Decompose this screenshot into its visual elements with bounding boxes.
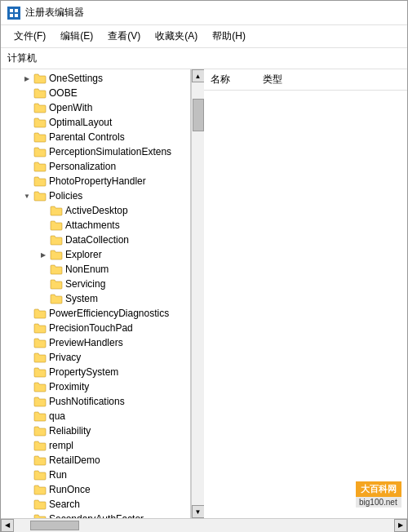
expander-proximity[interactable]	[20, 380, 33, 393]
expander-parental-controls[interactable]	[20, 131, 33, 144]
vertical-scrollbar[interactable]: ▲ ▼	[191, 69, 204, 518]
tree-item-qua[interactable]: qua	[1, 409, 190, 423]
expander-search[interactable]	[20, 498, 33, 511]
expander-non-enum[interactable]	[37, 263, 50, 276]
tree-pane[interactable]: ▶ OneSettings OOBE OpenWith OptimalLayou…	[1, 69, 191, 518]
tree-item-power-efficiency[interactable]: PowerEfficiencyDiagnostics	[1, 306, 190, 321]
expander-attachments[interactable]	[37, 219, 50, 232]
item-label-perception-simulation: PerceptionSimulationExtens	[49, 146, 171, 157]
expander-explorer[interactable]: ▶	[37, 248, 50, 261]
folder-icon-servicing	[50, 278, 63, 290]
scroll-left-arrow[interactable]: ◀	[1, 519, 14, 532]
expander-one-settings[interactable]: ▶	[20, 72, 33, 85]
expander-secondary-auth[interactable]	[20, 512, 33, 518]
expander-open-with[interactable]	[20, 101, 33, 114]
tree-item-active-desktop[interactable]: ActiveDesktop	[1, 203, 190, 218]
folder-icon-non-enum	[50, 264, 63, 275]
tree-item-attachments[interactable]: Attachments	[1, 218, 190, 233]
expander-servicing[interactable]	[37, 277, 50, 290]
expander-power-efficiency[interactable]	[20, 307, 33, 320]
tree-item-preview-handlers[interactable]: PreviewHandlers	[1, 335, 190, 350]
scroll-thumb[interactable]	[193, 99, 204, 131]
scroll-track[interactable]	[192, 82, 205, 505]
scroll-right-arrow[interactable]: ▶	[394, 519, 407, 532]
folder-icon-active-desktop	[50, 205, 63, 216]
folder-icon-rempl	[33, 440, 47, 451]
expander-privacy[interactable]	[20, 351, 33, 364]
expander-system[interactable]	[37, 292, 50, 305]
tree-item-search[interactable]: Search	[1, 497, 190, 512]
expander-policies[interactable]: ▼	[20, 189, 33, 202]
menu-view[interactable]: 查看(V)	[101, 27, 147, 46]
menu-help[interactable]: 帮助(H)	[206, 27, 252, 46]
folder-icon-open-with	[33, 102, 47, 113]
expander-property-system[interactable]	[20, 366, 33, 379]
horizontal-scrollbar-bar: ◀ ▶	[1, 518, 407, 531]
tree-item-open-with[interactable]: OpenWith	[1, 100, 190, 115]
expander-active-desktop[interactable]	[37, 204, 50, 217]
tree-item-privacy[interactable]: Privacy	[1, 350, 190, 365]
window-title: 注册表编辑器	[25, 6, 84, 20]
tree-item-optimal-layout[interactable]: OptimalLayout	[1, 115, 190, 130]
tree-item-one-settings[interactable]: ▶ OneSettings	[1, 71, 190, 86]
folder-icon-proximity	[33, 381, 47, 392]
expander-personalization[interactable]	[20, 160, 33, 173]
menu-favorites[interactable]: 收藏夹(A)	[149, 27, 204, 46]
menu-edit[interactable]: 编辑(E)	[54, 27, 100, 46]
tree-item-run[interactable]: Run	[1, 468, 190, 482]
menu-file[interactable]: 文件(F)	[7, 27, 52, 46]
expander-optimal-layout[interactable]	[20, 116, 33, 129]
tree-item-data-collection[interactable]: DataCollection	[1, 233, 190, 247]
expander-perception-simulation[interactable]	[20, 145, 33, 158]
tree-item-rempl[interactable]: rempl	[1, 438, 190, 453]
expander-push-notifications[interactable]	[20, 395, 33, 408]
tree-item-perception-simulation[interactable]: PerceptionSimulationExtens	[1, 144, 190, 159]
tree-item-retail-demo[interactable]: RetailDemo	[1, 453, 190, 468]
tree-item-servicing[interactable]: Servicing	[1, 277, 190, 291]
watermark-url: big100.net	[356, 497, 401, 508]
expander-photo-property-handler[interactable]	[20, 175, 33, 188]
expander-preview-handlers[interactable]	[20, 336, 33, 349]
tree-item-system[interactable]: System	[1, 291, 190, 306]
tree-item-policies[interactable]: ▼ Policies	[1, 188, 190, 203]
tree-item-reliability[interactable]: Reliability	[1, 423, 190, 438]
tree-item-proximity[interactable]: Proximity	[1, 379, 190, 394]
expander-reliability[interactable]	[20, 424, 33, 437]
expander-precision-touchpad[interactable]	[20, 321, 33, 335]
tree-item-secondary-auth[interactable]: SecondaryAuthFactor	[1, 512, 190, 518]
tree-item-property-system[interactable]: PropertySystem	[1, 365, 190, 379]
item-label-retail-demo: RetailDemo	[49, 454, 100, 466]
tree-item-push-notifications[interactable]: PushNotifications	[1, 394, 190, 409]
tree-item-parental-controls[interactable]: Parental Controls	[1, 130, 190, 144]
expander-data-collection[interactable]	[37, 233, 50, 246]
menu-bar: 文件(F) 编辑(E) 查看(V) 收藏夹(A) 帮助(H)	[1, 25, 407, 48]
item-label-property-system: PropertySystem	[49, 366, 118, 378]
tree-item-non-enum[interactable]: NonEnum	[1, 262, 190, 277]
scroll-down-arrow[interactable]: ▼	[192, 505, 205, 518]
expander-rempl[interactable]	[20, 439, 33, 452]
tree-item-personalization[interactable]: Personalization	[1, 159, 190, 174]
breadcrumb: 计算机	[1, 48, 407, 69]
folder-icon-policies	[33, 190, 47, 202]
expander-retail-demo[interactable]	[20, 454, 33, 467]
folder-icon-personalization	[33, 161, 47, 172]
tree-item-photo-property-handler[interactable]: PhotoPropertyHandler	[1, 174, 190, 188]
tree-item-run-once[interactable]: RunOnce	[1, 482, 190, 497]
item-label-data-collection: DataCollection	[65, 234, 129, 246]
item-label-oobe: OOBE	[49, 87, 78, 99]
folder-icon-qua	[33, 410, 47, 422]
horizontal-scrollbar[interactable]: ◀ ▶	[1, 519, 407, 532]
expander-run-once[interactable]	[20, 483, 33, 496]
folder-icon-optimal-layout	[33, 117, 47, 128]
folder-icon-search	[33, 499, 47, 510]
item-label-parental-controls: Parental Controls	[49, 131, 125, 143]
expander-qua[interactable]	[20, 410, 33, 423]
expander-oobe[interactable]	[20, 86, 33, 100]
right-pane-header: 名称 类型	[204, 69, 407, 91]
tree-item-explorer[interactable]: ▶ Explorer	[1, 247, 190, 262]
tree-item-oobe[interactable]: OOBE	[1, 86, 190, 100]
tree-item-precision-touchpad[interactable]: PrecisionTouchPad	[1, 321, 190, 335]
h-scroll-thumb[interactable]	[30, 521, 79, 530]
scroll-up-arrow[interactable]: ▲	[192, 69, 205, 82]
expander-run[interactable]	[20, 468, 33, 481]
